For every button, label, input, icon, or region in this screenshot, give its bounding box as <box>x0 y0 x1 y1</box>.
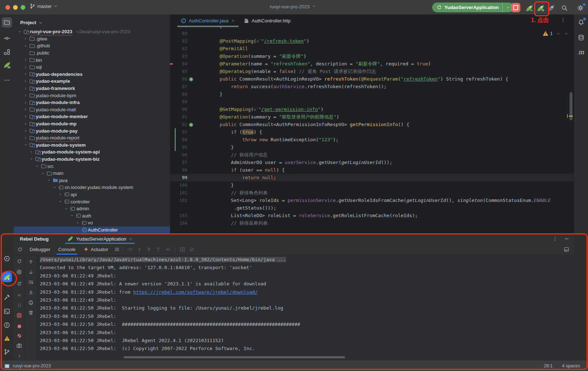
chevron-down-icon[interactable] <box>38 21 43 25</box>
tree-item-yudao-module-member[interactable]: yudao-module-member <box>14 113 170 120</box>
camera-icon[interactable] <box>15 341 24 350</box>
step-out-icon[interactable] <box>153 247 163 252</box>
tree-item-yudao-module-infra[interactable]: yudao-module-infra <box>14 99 170 106</box>
code-line-104[interactable]: 104 // 获得菜单列表 <box>170 219 574 227</box>
stop-square-icon[interactable] <box>15 311 24 320</box>
code-line-91[interactable]: 91 @Operation(summary = "获取登录用户的权限信息") <box>170 113 574 121</box>
tree-item-yudao-module-mp[interactable]: yudao-module-mp <box>14 120 170 128</box>
run-to-cursor-icon[interactable] <box>163 247 172 252</box>
console-h-scrollbar[interactable] <box>124 356 345 358</box>
console-link[interactable]: https://jrebel.com/software/jrebel/downl… <box>133 289 257 295</box>
code-line-103[interactable]: 103 List<RoleDO> roleList = roleService.… <box>170 212 574 219</box>
console-output[interactable]: /Users/yunai/Library/Java/JavaVirtualMac… <box>37 255 574 360</box>
search-icon[interactable] <box>560 3 569 13</box>
layout-icon[interactable] <box>564 247 569 252</box>
tree-item-controller[interactable]: controller <box>14 198 170 205</box>
tree-item-ruoyi-vue-pro-2023[interactable]: ruoyi-vue-pro-2023~/Java/ruoyi-vue-pro-2… <box>14 28 170 35</box>
chevron-right-icon[interactable] <box>22 65 29 69</box>
close-icon[interactable] <box>231 19 235 23</box>
chevron-right-icon[interactable] <box>22 93 29 98</box>
mute-breakpoints-icon[interactable] <box>15 331 24 340</box>
problems-icon[interactable] <box>2 320 12 330</box>
tree-item-yudao-module-report[interactable]: yudao-module-report <box>14 134 170 142</box>
code-line-100[interactable]: 100 } <box>170 181 574 189</box>
chevron-right-icon[interactable] <box>22 58 29 62</box>
services-icon[interactable] <box>2 254 12 264</box>
code-line-79[interactable]: 79 } <box>170 27 574 30</box>
up-icon[interactable] <box>26 258 35 266</box>
breakpoint-icon[interactable] <box>15 322 24 331</box>
run-configuration-button[interactable]: YudaoServerApplication <box>432 3 514 12</box>
code-line-93[interactable]: 93 if (true) { <box>170 128 574 136</box>
more-vert-icon[interactable] <box>561 18 566 23</box>
chevron-right-icon[interactable] <box>22 122 29 126</box>
structure-icon[interactable] <box>2 47 12 57</box>
chevron-down-icon[interactable] <box>28 157 34 161</box>
code-line-84[interactable]: 84 @Parameter(name = "refreshToken", des… <box>170 60 574 68</box>
tree-item-auth[interactable]: auth <box>14 212 170 219</box>
tree-item-yudao-framework[interactable]: yudao-framework <box>14 85 170 92</box>
tree-item-api[interactable]: api <box>14 191 170 198</box>
tree-item-cn-iocoder-yudao-module-system[interactable]: cn.iocoder.yudao.module.system <box>14 184 170 191</box>
code-line-87[interactable]: 87 return success(authService.refreshTok… <box>170 83 574 90</box>
tree-item-vo[interactable]: vo <box>14 219 170 227</box>
chevron-right-icon[interactable] <box>22 36 29 41</box>
tree-item-yudao-module-pay[interactable]: yudao-module-pay <box>14 127 170 134</box>
tree-item-yudao-module-bpm[interactable]: yudao-module-bpm <box>14 92 170 99</box>
project-folder-icon[interactable] <box>2 17 12 27</box>
code-line-86[interactable]: 86 public CommonResult<AuthLoginRespVO> … <box>170 75 574 83</box>
chevron-down-icon[interactable] <box>63 207 69 211</box>
chevron-down-icon[interactable] <box>69 213 75 218</box>
step-into-icon[interactable] <box>135 247 144 252</box>
code-line-96[interactable]: 96 // 获得用户信息 <box>170 151 574 159</box>
no-mute-icon[interactable] <box>187 247 196 252</box>
database-icon[interactable] <box>576 33 586 43</box>
minimize-icon[interactable] <box>564 236 569 241</box>
code-line-95[interactable]: 95 } <box>170 143 574 151</box>
code-line-90[interactable]: 90 @GetMapping(⊕ˇ"/get-permission-info") <box>170 105 574 113</box>
print-icon[interactable] <box>26 298 35 307</box>
code-line-97[interactable]: 97 AdminUserDO user = userService.getUse… <box>170 159 574 166</box>
commit-icon[interactable] <box>2 33 12 43</box>
tab-authcontroller-java[interactable]: C AuthController.java <box>176 14 239 27</box>
tree-item-yudao-dependencies[interactable]: yudao-dependencies <box>14 71 170 78</box>
indent-setting[interactable]: 4 spaces <box>562 363 580 368</box>
chevron-right-icon[interactable] <box>22 136 29 140</box>
tree-item-main[interactable]: main <box>14 170 170 177</box>
code-line-92[interactable]: 92 public CommonResult<AuthPermissionInf… <box>170 121 574 128</box>
tree-item--gitee[interactable]: .gitee <box>14 35 170 43</box>
tree-item-admin[interactable]: admin <box>14 205 170 212</box>
chevron-down-icon[interactable] <box>46 178 52 182</box>
chevron-right-icon[interactable] <box>22 100 29 105</box>
terminal-icon[interactable] <box>2 306 12 316</box>
chevron-down-icon[interactable] <box>57 199 63 204</box>
tree-item-java[interactable]: java <box>14 177 170 184</box>
tree-item--public[interactable]: .public <box>14 49 170 57</box>
close-icon[interactable] <box>129 237 133 241</box>
chevron-right-icon[interactable] <box>22 86 29 91</box>
update-app-icon[interactable] <box>15 279 24 288</box>
view-breakpoints-icon[interactable] <box>178 247 187 252</box>
tree-item--github[interactable]: .github <box>14 42 170 49</box>
chevron-right-icon[interactable] <box>22 44 29 48</box>
chevron-right-icon[interactable] <box>22 107 29 112</box>
chevron-right-icon[interactable] <box>22 79 29 83</box>
code-line-88[interactable]: 88 } <box>170 90 574 98</box>
tree-item-bin[interactable]: bin <box>14 56 170 64</box>
maven-icon[interactable]: m <box>576 47 586 57</box>
chevron-right-icon[interactable] <box>22 72 29 76</box>
chevron-down-icon[interactable] <box>51 185 57 190</box>
code-line-83[interactable]: 83 @Operation(summary = "刷新令牌") <box>170 52 574 60</box>
rerun-icon[interactable] <box>17 247 23 252</box>
chevron-right-icon[interactable] <box>57 192 63 197</box>
hamburger-icon[interactable] <box>114 247 120 252</box>
debug-session-tab[interactable]: YudaoServerApplication <box>65 234 135 244</box>
tree-item-authcontroller[interactable]: CAuthController <box>14 227 170 234</box>
jrebel-icon[interactable]: JR <box>2 60 12 70</box>
down-icon[interactable] <box>26 268 35 276</box>
code-line-98[interactable]: 98 if (user == null) { <box>170 166 574 174</box>
warning-icon[interactable] <box>2 333 12 343</box>
chevron-down-icon[interactable] <box>17 30 23 34</box>
chevron-down-icon[interactable] <box>22 143 29 147</box>
chevron-right-icon[interactable] <box>22 115 29 119</box>
